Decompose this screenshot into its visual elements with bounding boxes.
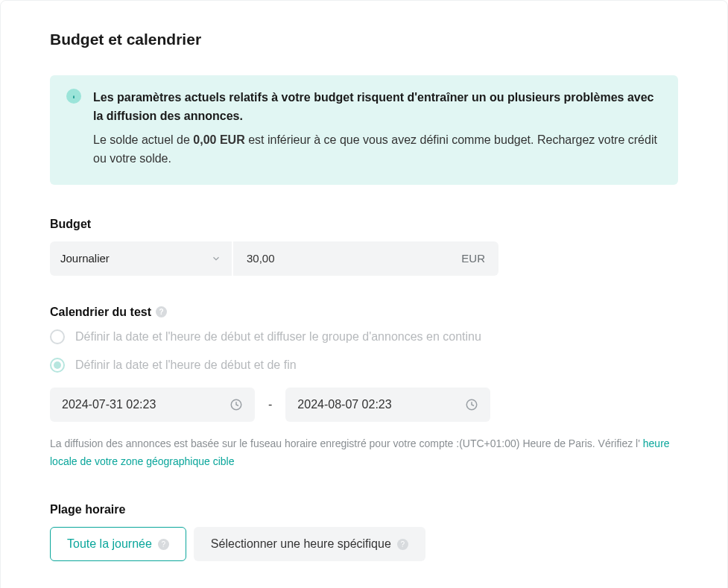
budget-warning-alert: Les paramètres actuels relatifs à votre … bbox=[50, 75, 678, 185]
alert-body: Le solde actuel de 0,00 EUR est inférieu… bbox=[93, 130, 662, 168]
chevron-down-icon bbox=[211, 253, 221, 264]
radio-unchecked-icon bbox=[50, 329, 65, 344]
info-icon bbox=[66, 89, 81, 104]
budget-amount-value: 30,00 bbox=[247, 252, 275, 265]
start-datetime-input[interactable]: 2024-07-31 02:23 bbox=[50, 388, 255, 422]
help-icon[interactable]: ? bbox=[156, 306, 167, 317]
clock-icon bbox=[465, 398, 478, 411]
date-range-separator: - bbox=[268, 398, 272, 411]
timezone-note-text: La diffusion des annonces est basée sur … bbox=[50, 437, 643, 449]
alert-headline: Les paramètres actuels relatifs à votre … bbox=[93, 89, 662, 126]
dayparting-specific-label: Sélectionner une heure spécifique bbox=[211, 537, 391, 551]
help-icon[interactable]: ? bbox=[397, 539, 408, 550]
dayparting-label: Plage horaire bbox=[50, 503, 678, 516]
schedule-option-range[interactable]: Définir la date et l'heure de début et d… bbox=[50, 358, 678, 373]
budget-frequency-select[interactable]: Journalier bbox=[50, 241, 232, 276]
budget-row: Journalier 30,00 EUR bbox=[50, 241, 678, 276]
schedule-label-text: Calendrier du test bbox=[50, 306, 151, 319]
schedule-radio-group: Définir la date et l'heure de début et d… bbox=[50, 329, 678, 373]
budget-label: Budget bbox=[50, 218, 678, 231]
alert-amount: 0,00 EUR bbox=[193, 133, 244, 146]
budget-currency: EUR bbox=[461, 252, 485, 265]
help-icon[interactable]: ? bbox=[158, 539, 169, 550]
schedule-option-continuous[interactable]: Définir la date et l'heure de début et d… bbox=[50, 329, 678, 344]
end-datetime-value: 2024-08-07 02:23 bbox=[297, 398, 391, 411]
timezone-note: La diffusion des annonces est basée sur … bbox=[50, 435, 678, 471]
dayparting-options: Toute la journée ? Sélectionner une heur… bbox=[50, 527, 678, 561]
section-title: Budget et calendrier bbox=[50, 31, 678, 48]
start-datetime-value: 2024-07-31 02:23 bbox=[62, 398, 156, 411]
dayparting-specific-button[interactable]: Sélectionner une heure spécifique ? bbox=[194, 527, 425, 561]
dayparting-all-day-button[interactable]: Toute la journée ? bbox=[50, 527, 186, 561]
end-datetime-input[interactable]: 2024-08-07 02:23 bbox=[285, 388, 490, 422]
date-range-row: 2024-07-31 02:23 - 2024-08-07 02:23 bbox=[50, 388, 678, 422]
radio-checked-icon bbox=[50, 358, 65, 373]
schedule-option-range-label: Définir la date et l'heure de début et d… bbox=[75, 358, 297, 372]
alert-body-before: Le solde actuel de bbox=[93, 133, 193, 146]
budget-schedule-card: Budget et calendrier Les paramètres actu… bbox=[0, 0, 728, 588]
schedule-label: Calendrier du test ? bbox=[50, 306, 678, 319]
budget-frequency-value: Journalier bbox=[60, 252, 110, 265]
clock-icon bbox=[230, 398, 243, 411]
schedule-option-continuous-label: Définir la date et l'heure de début et d… bbox=[75, 330, 481, 344]
dayparting-all-day-label: Toute la journée bbox=[67, 537, 152, 551]
budget-amount-input[interactable]: 30,00 EUR bbox=[233, 241, 498, 276]
